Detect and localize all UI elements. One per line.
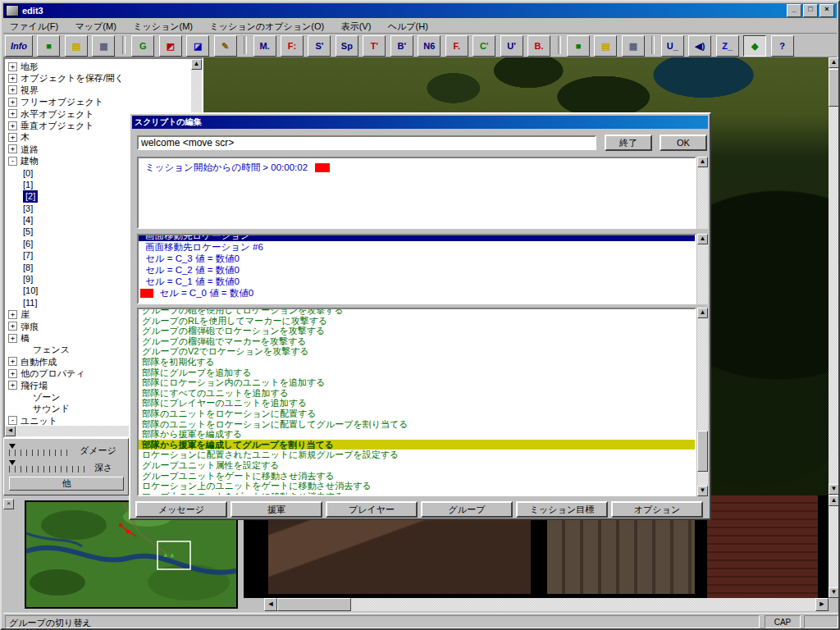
- save-mission-icon[interactable]: ▦: [622, 35, 645, 57]
- units-icon[interactable]: U_: [661, 35, 684, 57]
- maximize-button[interactable]: □: [803, 4, 818, 17]
- scroll-down-icon[interactable]: ▼: [829, 587, 839, 598]
- tree-expand-icon[interactable]: +: [8, 369, 17, 378]
- speaker-icon[interactable]: ◀): [688, 35, 711, 57]
- tab-message-button[interactable]: メッセージ: [135, 501, 227, 518]
- tool-f1-icon[interactable]: F:: [281, 35, 304, 57]
- command-row[interactable]: 部隊のユニットをロケーションに配置する: [139, 409, 695, 419]
- tree-expand-icon[interactable]: -: [8, 416, 17, 425]
- tree-item-save-open-object[interactable]: +オブジェクトを保存/開く: [5, 72, 202, 84]
- command-row[interactable]: 部隊にグループを追加する: [139, 368, 695, 378]
- action-row-selected-clipped[interactable]: 画面移動先ロケーション: [139, 234, 695, 241]
- save-icon[interactable]: ▦: [92, 35, 115, 57]
- tree-item-free-object[interactable]: +フリーオブジェクト: [5, 96, 202, 107]
- ok-button[interactable]: OK: [660, 135, 707, 151]
- new-map-icon[interactable]: ■: [37, 35, 60, 57]
- tree-expand-icon[interactable]: +: [8, 381, 17, 390]
- scroll-down-icon[interactable]: ▼: [829, 484, 839, 495]
- command-row[interactable]: 部隊のユニットをロケーションに配置してグループを割り当てる: [139, 419, 695, 430]
- tool-c-icon[interactable]: C': [472, 35, 495, 57]
- map-vscrollbar[interactable]: ▲ ▼: [829, 57, 840, 495]
- action-row[interactable]: セル = C_2 値 = 数値0: [139, 264, 695, 276]
- action-list[interactable]: 画面移動先ロケーション 画面移動先ロケーション #6 セル = C_3 値 = …: [137, 234, 696, 304]
- condition-vscrollbar[interactable]: ▲: [697, 157, 708, 229]
- tool-b2-icon[interactable]: B.: [527, 35, 550, 57]
- command-row[interactable]: グループユニットをゲートに移動させ消去する: [139, 471, 695, 482]
- command-vscroll-thumb[interactable]: [697, 431, 708, 472]
- action-row[interactable]: セル = C_3 値 = 数値0: [139, 253, 695, 264]
- tab-player-button[interactable]: プレイヤー: [326, 501, 418, 518]
- scroll-up-icon[interactable]: ▲: [829, 495, 839, 506]
- command-row[interactable]: グループの榴弾砲でマーカーを攻撃する: [139, 336, 695, 347]
- menu-mission[interactable]: ミッション(M): [126, 18, 199, 35]
- open-mission-icon[interactable]: ▤: [594, 35, 617, 57]
- tree-expand-icon[interactable]: +: [8, 334, 17, 343]
- tool-n6-icon[interactable]: N6: [418, 35, 441, 57]
- slider-thumb[interactable]: [9, 460, 16, 465]
- action-vscrollbar[interactable]: ▲: [697, 234, 708, 304]
- scroll-right-icon[interactable]: ►: [815, 598, 829, 611]
- tree-expand-icon[interactable]: +: [8, 144, 17, 153]
- tool-s-icon[interactable]: S': [308, 35, 331, 57]
- tab-options-button[interactable]: オプション: [611, 501, 703, 518]
- tree-expand-icon[interactable]: [8, 394, 16, 401]
- depth-slider[interactable]: [9, 460, 84, 472]
- tree-expand-icon[interactable]: -: [8, 157, 17, 166]
- command-row[interactable]: 部隊にプレイヤーのユニットを追加する: [139, 398, 695, 409]
- zones-icon[interactable]: Z_: [716, 35, 739, 57]
- scroll-up-icon[interactable]: ▲: [697, 308, 708, 318]
- scroll-down-icon[interactable]: ▼: [697, 486, 708, 496]
- other-button[interactable]: 他: [9, 477, 124, 491]
- minimap-close-icon[interactable]: ×: [3, 499, 14, 509]
- minimize-button[interactable]: _: [787, 4, 801, 17]
- tree-expand-icon[interactable]: +: [8, 109, 17, 118]
- tree-expand-icon[interactable]: +: [8, 62, 17, 71]
- random-red-icon[interactable]: ◩: [159, 35, 182, 57]
- scroll-up-icon[interactable]: ▲: [829, 57, 839, 68]
- map-vscroll-thumb[interactable]: [829, 69, 839, 107]
- diamond-icon[interactable]: ◆: [743, 35, 766, 57]
- damage-slider[interactable]: [9, 444, 68, 456]
- random-blue-icon[interactable]: ◪: [186, 35, 209, 57]
- menu-map[interactable]: マップ(M): [69, 18, 123, 35]
- help-icon[interactable]: ?: [771, 35, 794, 57]
- condition-list[interactable]: ミッション開始からの時間 > 00:00:02: [137, 157, 696, 229]
- palette-vscrollbar[interactable]: ▲ ▼: [829, 495, 840, 598]
- scroll-left-icon[interactable]: ◄: [264, 598, 277, 611]
- map-generate-icon[interactable]: G: [131, 35, 154, 57]
- command-row[interactable]: ロケーションに配置されたユニットに新規グループを設定する: [139, 450, 695, 460]
- palette-hscrollbar[interactable]: ◄ ►: [264, 598, 829, 611]
- action-row[interactable]: 画面移動先ロケーション #6: [139, 241, 695, 253]
- scroll-up-icon[interactable]: ▲: [191, 59, 202, 70]
- scroll-up-icon[interactable]: ▲: [697, 234, 708, 244]
- tree-expand-icon[interactable]: +: [8, 322, 17, 331]
- command-row[interactable]: ロケーション上のユニットをゲートに移動させ消去する: [139, 481, 695, 491]
- command-row-selected[interactable]: 部隊から援軍を編成してグループを割り当てる: [139, 440, 695, 450]
- tree-expand-icon[interactable]: +: [8, 121, 17, 130]
- command-vscrollbar[interactable]: ▲ ▼: [697, 308, 708, 496]
- tool-f2-icon[interactable]: F.: [445, 35, 468, 57]
- tree-expand-icon[interactable]: [8, 405, 16, 413]
- command-row[interactable]: グループのRLを使用してマーカーに攻撃する: [139, 316, 695, 326]
- tool-b1-icon[interactable]: B': [390, 35, 413, 57]
- command-row[interactable]: 部隊から援軍を編成する: [139, 429, 695, 440]
- tab-group-button[interactable]: グループ: [421, 501, 513, 518]
- tool-u-icon[interactable]: U': [500, 35, 523, 57]
- scroll-up-icon[interactable]: ▲: [697, 157, 708, 167]
- command-row-clipped-top[interactable]: グループの砲を使用してロケーションを攻撃する: [139, 308, 695, 316]
- condition-row[interactable]: ミッション開始からの時間 > 00:00:02: [139, 158, 695, 173]
- tree-expand-icon[interactable]: +: [8, 98, 17, 107]
- tree-expand-icon[interactable]: +: [8, 74, 17, 83]
- tree-expand-icon[interactable]: [8, 346, 16, 354]
- close-button[interactable]: ×: [819, 4, 834, 17]
- command-list[interactable]: グループの砲を使用してロケーションを攻撃する グループのRLを使用してマーカーに…: [137, 308, 696, 496]
- command-row[interactable]: グループユニット属性を設定する: [139, 460, 695, 471]
- info-icon[interactable]: Info: [5, 35, 33, 57]
- command-row[interactable]: 部隊にすべてのユニットを追加する: [139, 388, 695, 399]
- command-row[interactable]: 部隊にロケーション内のユニットを追加する: [139, 377, 695, 388]
- tool-sp-icon[interactable]: Sp: [336, 35, 358, 57]
- command-row[interactable]: グループのV2でロケーションを攻撃する: [139, 346, 695, 357]
- menu-view[interactable]: 表示(V): [335, 18, 378, 35]
- tool-t-icon[interactable]: T': [363, 35, 386, 57]
- tree-item-visibility[interactable]: +視界: [5, 84, 202, 96]
